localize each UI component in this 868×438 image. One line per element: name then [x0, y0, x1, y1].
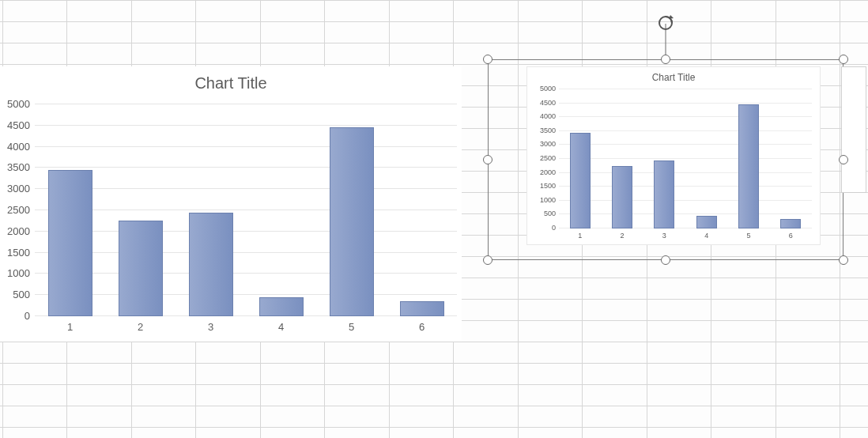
y-tick: 4500	[7, 119, 30, 130]
chart-plot-area[interactable]: 0 500 1000 1500 2000 2500 3000 3500 4000…	[35, 104, 457, 316]
y-tick: 3500	[7, 161, 30, 173]
bar[interactable]	[119, 221, 163, 316]
resize-handle-br[interactable]	[839, 255, 848, 265]
bar[interactable]	[780, 219, 801, 228]
bar[interactable]	[189, 213, 233, 316]
bar[interactable]	[654, 160, 674, 228]
chart-plot-area[interactable]: 0 500 1000 1500 2000 2500 3000 3500 4000…	[559, 89, 812, 228]
y-tick: 1000	[540, 196, 556, 204]
y-tick: 4000	[7, 140, 30, 152]
chart-title[interactable]: Chart Title	[527, 72, 820, 83]
y-tick: 2000	[7, 225, 30, 236]
x-tick: 3	[208, 321, 213, 333]
y-tick: 500	[544, 210, 556, 217]
resize-handle-tl[interactable]	[483, 55, 492, 64]
y-tick: 1500	[7, 246, 30, 258]
bars-container: 1 2 3 4 5 6	[559, 89, 812, 228]
bar[interactable]	[696, 216, 717, 228]
y-tick: 2000	[540, 168, 556, 176]
y-tick: 1500	[540, 182, 556, 190]
y-tick: 2500	[540, 154, 556, 162]
y-tick: 500	[13, 289, 30, 300]
x-tick: 2	[138, 321, 143, 333]
y-tick: 1000	[7, 267, 30, 279]
y-tick: 3000	[7, 183, 30, 194]
y-tick: 5000	[540, 85, 556, 93]
chart-large[interactable]: Chart Title 0 500 1000 1500 2000 2500 30…	[0, 66, 462, 342]
x-tick: 5	[349, 321, 354, 333]
resize-handle-ml[interactable]	[483, 155, 492, 164]
y-tick: 2500	[7, 204, 30, 216]
chart-title[interactable]: Chart Title	[0, 74, 462, 93]
side-panel-box	[841, 66, 866, 193]
bar[interactable]	[738, 104, 759, 228]
chart-small[interactable]: Chart Title 0 500 1000 1500 2000 2500 30…	[526, 66, 821, 245]
y-tick: 0	[25, 310, 30, 322]
bar[interactable]	[612, 166, 632, 228]
bar[interactable]	[400, 301, 444, 316]
y-tick: 5000	[7, 98, 30, 110]
x-tick: 4	[704, 232, 708, 240]
bar[interactable]	[330, 127, 374, 316]
y-tick: 0	[552, 224, 556, 232]
bar[interactable]	[570, 133, 591, 228]
bars-container: 1 2 3 4 5 6	[35, 104, 457, 316]
bar[interactable]	[48, 170, 92, 316]
resize-handle-tm[interactable]	[661, 55, 670, 64]
y-tick: 4000	[540, 112, 556, 120]
resize-handle-bm[interactable]	[661, 255, 670, 265]
x-tick: 5	[746, 232, 750, 240]
x-tick: 1	[578, 232, 582, 240]
x-tick: 6	[419, 321, 425, 333]
resize-handle-bl[interactable]	[483, 255, 492, 265]
bar[interactable]	[259, 297, 304, 316]
x-tick: 6	[789, 232, 793, 240]
y-tick: 3000	[540, 140, 556, 148]
x-tick: 4	[278, 321, 284, 333]
selected-chart-object[interactable]: Chart Title 0 500 1000 1500 2000 2500 30…	[484, 55, 847, 264]
y-tick: 3500	[540, 126, 556, 134]
rotate-handle-icon[interactable]	[655, 13, 676, 33]
y-tick: 4500	[540, 99, 556, 107]
x-tick: 2	[620, 232, 624, 240]
resize-handle-tr[interactable]	[839, 55, 848, 64]
resize-handle-mr[interactable]	[839, 155, 848, 164]
x-tick: 3	[662, 232, 666, 240]
x-tick: 1	[67, 321, 73, 333]
